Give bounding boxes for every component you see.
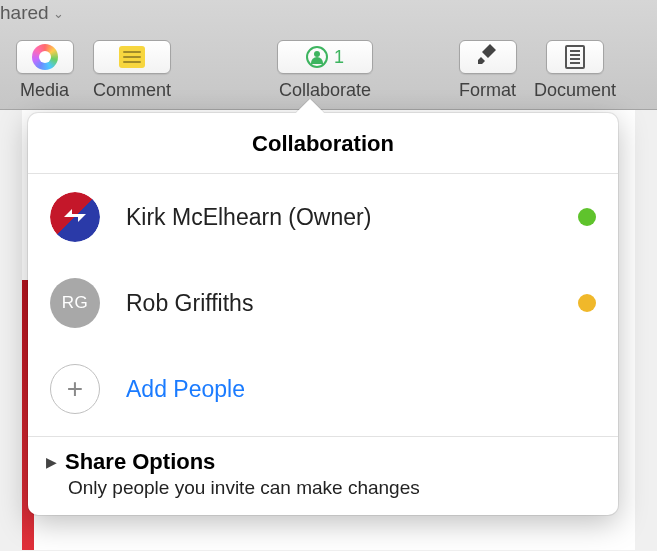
- media-label: Media: [20, 80, 69, 101]
- format-button[interactable]: [459, 40, 517, 74]
- collaborator-row[interactable]: Kirk McElhearn (Owner): [28, 174, 618, 260]
- collaboration-popover: Collaboration Kirk McElhearn (Owner) RG …: [28, 113, 618, 515]
- comment-icon: [119, 46, 145, 68]
- document-label: Document: [534, 80, 616, 101]
- add-people-label: Add People: [126, 376, 245, 403]
- paintbrush-icon: [476, 42, 500, 72]
- add-people-row[interactable]: + Add People: [28, 346, 618, 437]
- collaborator-name: Rob Griffiths: [126, 290, 552, 317]
- collaborator-name: Kirk McElhearn (Owner): [126, 204, 552, 231]
- comment-label: Comment: [93, 80, 171, 101]
- media-icon: [32, 44, 58, 70]
- share-state-label: hared: [0, 2, 49, 24]
- share-state-dropdown[interactable]: hared ⌄: [0, 2, 64, 24]
- collaborate-label: Collaborate: [279, 80, 371, 101]
- document-tool: Document: [530, 40, 620, 101]
- plus-icon: +: [50, 364, 100, 414]
- document-icon: [565, 45, 585, 69]
- popover-title: Collaboration: [28, 113, 618, 174]
- media-button[interactable]: [16, 40, 74, 74]
- collaborator-count: 1: [334, 47, 344, 68]
- presence-dot: [578, 294, 596, 312]
- comment-button[interactable]: [93, 40, 171, 74]
- person-circle-icon: [306, 46, 328, 68]
- comment-tool: Comment: [87, 40, 177, 101]
- presence-dot: [578, 208, 596, 226]
- chevron-down-icon: ⌄: [53, 6, 64, 21]
- share-options-subtitle: Only people you invite can make changes: [68, 477, 600, 499]
- disclosure-triangle-icon[interactable]: ▶: [46, 454, 57, 470]
- collaborator-row[interactable]: RG Rob Griffiths: [28, 260, 618, 346]
- format-label: Format: [459, 80, 516, 101]
- avatar: RG: [50, 278, 100, 328]
- share-options-title: Share Options: [65, 449, 215, 475]
- collaborate-tool: 1 Collaborate: [275, 40, 375, 101]
- popover-arrow: [296, 99, 324, 113]
- avatar: [50, 192, 100, 242]
- format-tool: Format: [445, 40, 530, 101]
- collaborate-button[interactable]: 1: [277, 40, 373, 74]
- media-tool: Media: [2, 40, 87, 101]
- share-options-row[interactable]: ▶ Share Options Only people you invite c…: [28, 437, 618, 515]
- avatar-initials: RG: [62, 293, 89, 313]
- document-button[interactable]: [546, 40, 604, 74]
- toolbar: Media Comment 1 Collaborate Format: [0, 40, 657, 101]
